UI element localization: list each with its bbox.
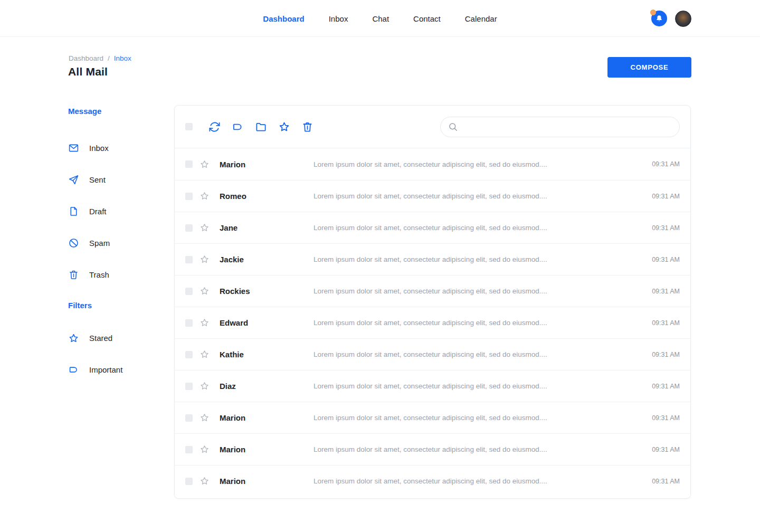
- mail-sender: Rockies: [220, 287, 314, 296]
- mail-row[interactable]: Edward Lorem ipsum dolor sit amet, conse…: [175, 307, 690, 338]
- mail-card: Marion Lorem ipsum dolor sit amet, conse…: [174, 105, 691, 499]
- top-nav-links: Dashboard Inbox Chat Contact Calendar: [263, 0, 497, 37]
- mail-time: 09:31 AM: [652, 224, 680, 232]
- compose-button[interactable]: COMPOSE: [607, 57, 691, 78]
- mail-preview: Lorem ipsum dolor sit amet, consectetur …: [314, 192, 652, 200]
- mail-preview: Lorem ipsum dolor sit amet, consectetur …: [314, 160, 652, 168]
- sidebar-item-label: Sent: [89, 175, 106, 184]
- refresh-icon[interactable]: [208, 121, 221, 133]
- breadcrumb-inbox[interactable]: Inbox: [114, 54, 131, 62]
- notifications-button[interactable]: [651, 11, 667, 26]
- row-checkbox[interactable]: [185, 319, 193, 327]
- nav-item-chat[interactable]: Chat: [372, 14, 389, 23]
- trash-icon: [68, 269, 79, 280]
- sidebar-item-trash[interactable]: Trash: [68, 259, 174, 290]
- nav-item-dashboard[interactable]: Dashboard: [263, 14, 304, 23]
- sidebar-section-filters: Filters: [68, 301, 174, 311]
- star-icon[interactable]: [200, 286, 210, 296]
- draft-icon: [68, 206, 79, 217]
- star-icon[interactable]: [200, 254, 210, 264]
- sidebar-item-inbox[interactable]: Inbox: [68, 132, 174, 164]
- star-icon[interactable]: [200, 159, 210, 169]
- row-checkbox[interactable]: [185, 414, 193, 422]
- mail-time: 09:31 AM: [652, 288, 680, 295]
- mail-sender: Marion: [220, 413, 314, 422]
- bell-icon: [655, 14, 663, 23]
- row-checkbox[interactable]: [185, 478, 193, 485]
- breadcrumb-dashboard[interactable]: Dashboard: [69, 54, 103, 62]
- mail-sender: Marion: [220, 445, 314, 454]
- folder-icon[interactable]: [255, 121, 267, 133]
- spam-icon: [68, 238, 79, 249]
- row-checkbox[interactable]: [185, 446, 193, 453]
- star-icon[interactable]: [278, 121, 290, 133]
- row-checkbox[interactable]: [185, 224, 193, 232]
- star-icon[interactable]: [200, 444, 210, 454]
- mail-row[interactable]: Rockies Lorem ipsum dolor sit amet, cons…: [175, 275, 690, 307]
- mail-row[interactable]: Marion Lorem ipsum dolor sit amet, conse…: [175, 402, 690, 433]
- mail-preview: Lorem ipsum dolor sit amet, consectetur …: [314, 477, 652, 485]
- mail-row[interactable]: Diaz Lorem ipsum dolor sit amet, consect…: [175, 370, 690, 402]
- mail-sender: Jane: [220, 223, 314, 232]
- mail-row[interactable]: Kathie Lorem ipsum dolor sit amet, conse…: [175, 338, 690, 370]
- mail-preview: Lorem ipsum dolor sit amet, consectetur …: [314, 382, 652, 390]
- mail-toolbar: [175, 106, 690, 148]
- mail-sender: Marion: [220, 477, 314, 486]
- send-icon: [68, 174, 79, 185]
- mail-row[interactable]: Marion Lorem ipsum dolor sit amet, conse…: [175, 433, 690, 465]
- sidebar-item-sent[interactable]: Sent: [68, 164, 174, 195]
- search-icon: [448, 122, 458, 132]
- nav-item-calendar[interactable]: Calendar: [465, 14, 497, 23]
- mail-time: 09:31 AM: [652, 414, 680, 422]
- mail-time: 09:31 AM: [652, 446, 680, 453]
- star-icon[interactable]: [200, 476, 210, 486]
- mail-preview: Lorem ipsum dolor sit amet, consectetur …: [314, 255, 652, 263]
- star-icon[interactable]: [200, 381, 210, 391]
- mail-preview: Lorem ipsum dolor sit amet, consectetur …: [314, 350, 652, 358]
- nav-item-inbox[interactable]: Inbox: [329, 14, 348, 23]
- sidebar-item-label: Important: [89, 365, 122, 374]
- nav-item-contact[interactable]: Contact: [413, 14, 441, 23]
- mail-sender: Marion: [220, 160, 314, 169]
- row-checkbox[interactable]: [185, 351, 193, 358]
- label-icon[interactable]: [232, 121, 244, 133]
- mail-row[interactable]: Romeo Lorem ipsum dolor sit amet, consec…: [175, 180, 690, 212]
- top-nav: Dashboard Inbox Chat Contact Calendar: [0, 0, 760, 37]
- breadcrumb-separator: /: [108, 54, 110, 62]
- row-checkbox[interactable]: [185, 383, 193, 390]
- sidebar: Message Inbox Sent Draft Sp: [68, 107, 174, 385]
- mail-sender: Romeo: [220, 192, 314, 201]
- mail-row[interactable]: Jackie Lorem ipsum dolor sit amet, conse…: [175, 243, 690, 275]
- mail-row[interactable]: Jane Lorem ipsum dolor sit amet, consect…: [175, 212, 690, 243]
- sidebar-item-important[interactable]: Important: [68, 354, 174, 385]
- search-input[interactable]: [463, 122, 672, 131]
- star-icon[interactable]: [200, 191, 210, 201]
- mail-sender: Diaz: [220, 382, 314, 391]
- star-icon[interactable]: [200, 349, 210, 359]
- sidebar-section-message: Message: [68, 107, 174, 117]
- sidebar-item-spam[interactable]: Spam: [68, 227, 174, 259]
- sidebar-item-label: Inbox: [89, 144, 109, 153]
- mail-row[interactable]: Marion Lorem ipsum dolor sit amet, conse…: [175, 148, 690, 180]
- row-checkbox[interactable]: [185, 160, 193, 168]
- sidebar-item-draft[interactable]: Draft: [68, 195, 174, 227]
- star-icon[interactable]: [200, 318, 210, 328]
- select-all-checkbox[interactable]: [185, 123, 193, 130]
- user-avatar[interactable]: [675, 11, 691, 27]
- sidebar-item-stared[interactable]: Stared: [68, 322, 174, 354]
- search-box[interactable]: [440, 117, 680, 137]
- mail-row[interactable]: Marion Lorem ipsum dolor sit amet, conse…: [175, 465, 690, 497]
- star-icon[interactable]: [200, 413, 210, 423]
- mail-time: 09:31 AM: [652, 256, 680, 263]
- mail-time: 09:31 AM: [652, 160, 680, 168]
- row-checkbox[interactable]: [185, 193, 193, 200]
- mail-time: 09:31 AM: [652, 193, 680, 200]
- mail-list: Marion Lorem ipsum dolor sit amet, conse…: [175, 148, 690, 498]
- row-checkbox[interactable]: [185, 256, 193, 263]
- sidebar-item-label: Draft: [89, 207, 107, 216]
- star-icon[interactable]: [200, 223, 210, 233]
- mail-sender: Edward: [220, 318, 314, 327]
- trash-icon[interactable]: [301, 121, 314, 133]
- mail-preview: Lorem ipsum dolor sit amet, consectetur …: [314, 319, 652, 327]
- row-checkbox[interactable]: [185, 288, 193, 295]
